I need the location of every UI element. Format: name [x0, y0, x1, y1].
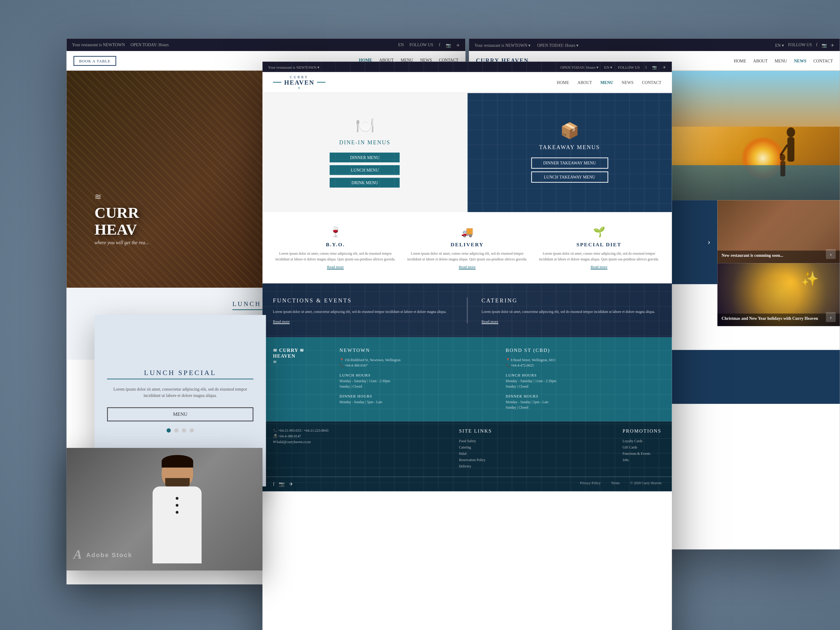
- lunch-carousel-dots: [107, 428, 254, 433]
- menu-section: 🍽️ Dine-in menus Dinner Menu Lunch Menu …: [262, 93, 672, 212]
- news-card-1: New restaurant is comming soon... ›: [717, 200, 840, 263]
- dinner-takeaway-btn[interactable]: Dinner Takeaway Menu: [531, 157, 608, 168]
- takeaway-icon: 📦: [560, 122, 579, 140]
- topbar-news: Your restaurant is NEWTOWN ▾ OPEN TODAY:…: [469, 38, 840, 51]
- lunch-menu-button[interactable]: MENU: [107, 407, 254, 422]
- btn3: [176, 511, 178, 513]
- takeaway-section: 📦 Takeaway menus Dinner Takeaway Menu Lu…: [467, 93, 672, 212]
- book-table-button[interactable]: BOOK A TABLE: [74, 55, 116, 65]
- nav-menu-n[interactable]: MENU: [775, 58, 787, 63]
- footer-swirl: ≋: [273, 360, 329, 365]
- hero-logo-icon: ≋: [95, 191, 149, 202]
- tripadvisor-icon[interactable]: ✈: [456, 42, 460, 47]
- svg-rect-4: [780, 161, 785, 177]
- ta-news[interactable]: ✈: [831, 42, 834, 47]
- location-text: Your restaurant is NEWTOWN: [72, 43, 125, 47]
- fb-news[interactable]: f: [816, 42, 818, 47]
- svg-line-2: [780, 145, 787, 155]
- topbar-right: EN FOLLOW US f 📷 ✈: [398, 42, 459, 47]
- news-cards-stack: New restaurant is comming soon... › ✨ Ch…: [717, 200, 840, 326]
- catering-text: Lorem ipsum dolor sit amet, consectetur …: [482, 309, 662, 315]
- chef-figure: [145, 455, 208, 570]
- topbar-news-left: Your restaurant is NEWTOWN ▾ OPEN TODAY:…: [475, 42, 579, 47]
- topbar-news-right: EN ▾ FOLLOW US f 📷 ✈: [775, 42, 834, 47]
- chef-uniform: [153, 486, 202, 564]
- lunch-takeaway-btn[interactable]: Lunch Takeaway Menu: [531, 171, 608, 182]
- nav-links-news: HOME ABOUT MENU NEWS CONTACT: [734, 58, 833, 63]
- adobe-stock-text: Adobe Stock: [86, 551, 132, 558]
- hero-tagline: where you will get the rea...: [95, 240, 149, 246]
- large-card-arrow[interactable]: ›: [708, 237, 711, 248]
- w4-dot-4[interactable]: [189, 428, 194, 433]
- btn2: [176, 504, 178, 507]
- silhouettes: [770, 124, 805, 183]
- card1-arrow[interactable]: ›: [826, 249, 836, 259]
- w4-dot-1[interactable]: [166, 428, 171, 433]
- functions-read-more[interactable]: Read more: [273, 319, 453, 324]
- hero-overlay-text: ≋ CURRHEAV where you will get the rea...: [95, 191, 149, 246]
- functions-text: Lorem ipsum dolor sit amet, consectetur …: [273, 309, 453, 315]
- window-chef-image: A Adobe Stock: [66, 448, 262, 570]
- lunch-special-title: LUNCH SPECIAL: [107, 369, 254, 379]
- card2-title: Christmas and New Year holidays with Cur…: [722, 316, 835, 322]
- card2-arrow[interactable]: ›: [826, 312, 836, 322]
- nav-about-n[interactable]: ABOUT: [753, 58, 768, 63]
- svg-point-0: [786, 128, 795, 137]
- chef-hair: [161, 455, 193, 467]
- follow-news: FOLLOW US: [788, 42, 812, 47]
- news-card-2: ✨ Christmas and New Year holidays with C…: [717, 263, 840, 326]
- svg-point-3: [780, 154, 785, 161]
- catering-read-more[interactable]: Read more: [482, 319, 662, 324]
- open-text: OPEN TODAY: Hours: [131, 43, 169, 47]
- pattern-bg: [262, 62, 672, 630]
- w4-dot-3[interactable]: [182, 428, 186, 433]
- btn1: [176, 497, 178, 499]
- topbar-left: Your restaurant is NEWTOWN OPEN TODAY: H…: [72, 43, 169, 47]
- svg-rect-1: [788, 137, 794, 162]
- lang-news[interactable]: EN ▾: [775, 42, 784, 47]
- card1-title: New restaurant is comming soon...: [722, 254, 835, 259]
- adobe-a-icon: A: [74, 547, 82, 562]
- language-select[interactable]: EN: [398, 43, 404, 47]
- chef-photo: A Adobe Stock: [66, 448, 262, 570]
- adobe-watermark: A Adobe Stock: [74, 547, 132, 562]
- chef-head: [161, 455, 193, 490]
- nav-news-n[interactable]: NEWS: [794, 58, 807, 63]
- w4-dot-2[interactable]: [174, 428, 178, 433]
- location-news: Your restaurant is NEWTOWN ▾: [475, 43, 531, 47]
- takeaway-title: Takeaway menus: [539, 144, 600, 150]
- news-card-2-body: Christmas and New Year holidays with Cur…: [717, 314, 840, 327]
- facebook-icon[interactable]: f: [439, 43, 441, 47]
- open-news: OPEN TODAY: Hours ▾: [537, 43, 578, 47]
- news-card-1-body: New restaurant is comming soon...: [717, 251, 840, 264]
- hero-title: CURRHEAV: [95, 204, 149, 238]
- uniform-buttons: [176, 497, 178, 513]
- sparkler-icon: ✨: [801, 270, 819, 287]
- window-menu: Your restaurant is NEWTOWN ▾ OPEN TODAY:…: [262, 62, 672, 630]
- instagram-icon[interactable]: 📷: [446, 42, 451, 47]
- ig-news[interactable]: 📷: [822, 42, 826, 47]
- nav-home-n[interactable]: HOME: [734, 58, 746, 63]
- nav-contact-n[interactable]: CONTACT: [813, 58, 833, 63]
- follow-us-text: FOLLOW US: [409, 43, 433, 47]
- lunch-special-text: Lorem ipsum dolor sit amet, consectetur …: [107, 387, 254, 399]
- topbar-home: Your restaurant is NEWTOWN OPEN TODAY: H…: [66, 38, 466, 51]
